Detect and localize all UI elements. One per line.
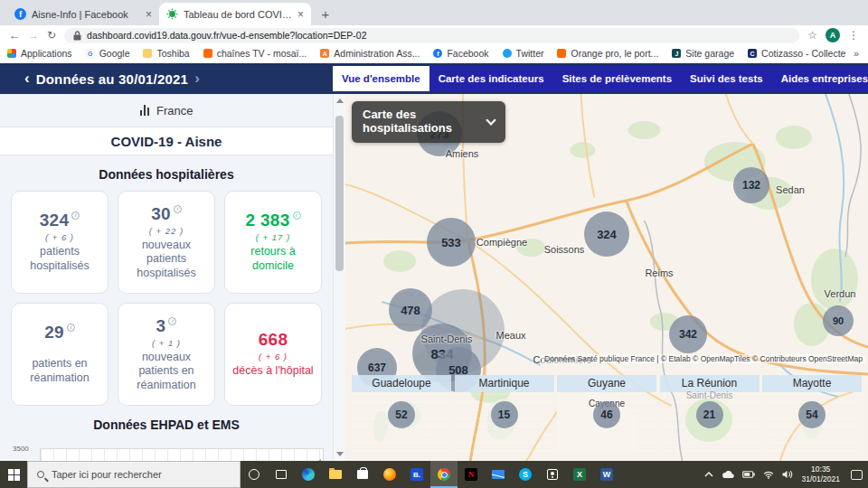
address-bar[interactable]: dashboard.covid19.data.gouv.fr/vue-d-ens… <box>64 28 799 43</box>
inset-city-label: Saint-Denis <box>686 390 733 400</box>
country-selector[interactable]: France <box>0 94 333 127</box>
info-icon[interactable]: i <box>168 317 176 325</box>
stat-label: patients en réanimation <box>17 357 102 385</box>
stat-card: 2 383i ( + 17 ) retours à domicile <box>224 191 322 294</box>
nav-tab[interactable]: Suivi des tests <box>681 66 772 91</box>
wifi-icon[interactable] <box>763 471 774 479</box>
bookmark-star-icon[interactable]: ☆ <box>807 30 817 41</box>
stat-delta: ( + 1 ) <box>152 338 181 349</box>
nav-tab[interactable]: Vue d'ensemble <box>333 66 429 91</box>
info-icon[interactable]: i <box>71 211 80 220</box>
next-day-button[interactable]: › <box>188 70 206 88</box>
reload-icon[interactable]: ↻ <box>47 30 56 41</box>
browser-tab[interactable]: Tableau de bord COVID-19 Suivi × <box>159 3 311 25</box>
browser-menu-icon[interactable]: ⋮ <box>848 30 859 41</box>
bookmark-item[interactable]: Applications <box>7 48 72 59</box>
bookmark-label: Applications <box>21 48 72 59</box>
word-icon[interactable]: W <box>593 461 620 488</box>
bing-icon[interactable]: B. <box>403 461 430 488</box>
bookmark-label: Facebook <box>447 48 488 59</box>
windows-logo-icon <box>8 469 20 481</box>
tray-chevron-icon[interactable] <box>704 472 713 477</box>
cortana-icon[interactable] <box>241 461 268 488</box>
chrome-icon[interactable] <box>430 461 458 488</box>
bookmark-item[interactable]: A Administration Ass... <box>320 48 420 59</box>
firefox-icon[interactable] <box>376 461 403 488</box>
section-ehpad-title: Données EHPAD et EMS <box>0 418 333 432</box>
bookmark-item[interactable]: Twitter <box>503 48 544 59</box>
stat-delta: ( + 17 ) <box>256 232 290 243</box>
inset-map[interactable]: La Réunion Saint-Denis 21 <box>660 375 760 452</box>
start-button[interactable] <box>0 461 27 488</box>
scrollbar-thumb[interactable] <box>335 116 344 271</box>
inset-map[interactable]: Guadeloupe 52 <box>352 375 451 452</box>
inset-bubble: 54 <box>798 401 826 428</box>
new-tab-button[interactable]: + <box>315 3 336 24</box>
task-view-icon[interactable] <box>268 461 295 488</box>
tab-title: Aisne-Info | Facebook <box>32 9 140 20</box>
mail-icon[interactable] <box>485 461 512 488</box>
file-explorer-icon[interactable] <box>322 461 349 488</box>
netflix-icon[interactable]: N <box>458 461 485 488</box>
skype-icon[interactable]: S <box>512 461 539 488</box>
tab-close-icon[interactable]: × <box>146 8 152 21</box>
stats-sidebar: France COVID-19 - Aisne Données hospital… <box>0 94 333 461</box>
sidebar-scrollbar[interactable] <box>333 94 345 461</box>
info-icon[interactable]: i <box>67 324 75 332</box>
edge-icon[interactable] <box>295 461 322 488</box>
battery-icon[interactable] <box>742 471 755 478</box>
people-icon[interactable] <box>539 461 566 488</box>
nav-tab[interactable]: Sites de prélèvements <box>553 66 681 91</box>
inset-map[interactable]: Martinique 15 <box>455 375 554 452</box>
inset-map[interactable]: Mayotte 54 <box>762 375 862 452</box>
excel-icon[interactable]: X <box>566 461 593 488</box>
bookmark-item[interactable]: C Cotizasso - Collecte... <box>748 48 846 59</box>
bookmark-item[interactable]: f Facebook <box>433 48 488 59</box>
map-layer-dropdown[interactable]: Carte des hospitalisations <box>352 101 505 143</box>
bookmark-item[interactable]: J Site garage <box>672 48 734 59</box>
map-attribution: Données Santé publique France | © Etalab… <box>542 354 865 363</box>
info-icon[interactable]: i <box>174 205 182 213</box>
notification-center-icon[interactable] <box>851 470 863 480</box>
ehpad-chart-plot <box>40 448 324 461</box>
stat-label: retours à domicile <box>231 245 316 273</box>
y-tick: 3500 <box>13 445 29 453</box>
stat-card: 324i ( + 6 ) patients hospitalisés <box>11 191 108 294</box>
chevron-down-icon <box>486 115 495 125</box>
bookmark-item[interactable]: chaînes TV - mosaï... <box>203 48 307 59</box>
desktop-screen: f Aisne-Info | Facebook × Tableau de bor… <box>0 0 868 488</box>
bookmarks-overflow-icon[interactable]: » <box>846 48 859 59</box>
hospitalisations-map[interactable]: 27353332413247883434290637508 Amiens Com… <box>345 94 868 461</box>
volume-icon[interactable] <box>782 470 793 479</box>
ms-store-icon[interactable] <box>349 461 376 488</box>
stat-card: 29i patients en réanimation <box>11 303 108 406</box>
forward-icon[interactable]: → <box>28 30 39 41</box>
bookmark-item[interactable]: Toshiba <box>143 48 189 59</box>
inset-map[interactable]: Guyane Cayenne 46 <box>557 375 656 452</box>
stat-delta: ( + 6 ) <box>45 232 74 243</box>
stat-label: nouveaux patients hospitalisés <box>124 239 209 281</box>
onedrive-cloud-icon[interactable] <box>722 471 734 479</box>
dashboard-content: France COVID-19 - Aisne Données hospital… <box>0 94 868 461</box>
bookmark-item[interactable]: G Google <box>86 48 130 59</box>
nav-tab[interactable]: Aides entreprises <box>772 66 868 91</box>
info-icon[interactable]: i <box>293 211 301 220</box>
bookmark-label: Administration Ass... <box>334 48 420 59</box>
profile-avatar[interactable]: A <box>826 28 840 42</box>
back-icon[interactable]: ← <box>9 30 20 41</box>
clock-date: 31/01/2021 <box>801 474 840 484</box>
previous-day-button[interactable]: ‹ <box>18 70 36 88</box>
inset-bubble: 52 <box>388 401 415 428</box>
stat-card: 668 ( + 6 ) décès à l'hôpital <box>224 303 322 406</box>
bookmarks-bar: Applications G Google Toshiba chaînes TV… <box>0 45 868 63</box>
search-placeholder: Taper ici pour rechercher <box>52 469 162 480</box>
scroll-up-icon[interactable] <box>336 99 344 103</box>
nav-tab[interactable]: Carte des indicateurs <box>429 66 553 91</box>
stat-delta: ( + 22 ) <box>149 226 184 237</box>
scroll-down-icon[interactable] <box>336 452 344 456</box>
browser-tab[interactable]: f Aisne-Info | Facebook × <box>7 3 159 25</box>
tab-close-icon[interactable]: × <box>297 8 304 21</box>
taskbar-search-input[interactable]: Taper ici pour rechercher <box>27 461 241 488</box>
taskbar-clock[interactable]: 10:35 31/01/2021 <box>801 465 840 483</box>
bookmark-item[interactable]: Orange pro, le port... <box>557 48 658 59</box>
